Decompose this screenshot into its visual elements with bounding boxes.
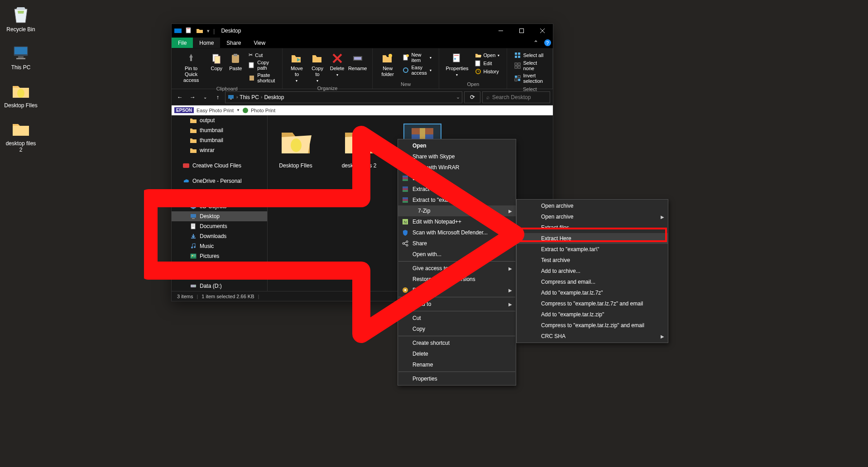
breadcrumb[interactable]: › This PC › Desktop ⌄ [225, 91, 462, 103]
maximize-button[interactable] [511, 24, 532, 38]
menu-item-share-with-skype[interactable]: SShare with Skype [398, 151, 516, 162]
move-to-button[interactable]: Move to▾ [286, 50, 307, 85]
file-item-desktop-files[interactable]: Desktop FIles [273, 124, 318, 169]
menu-item-open-archive[interactable]: Open archive▶ [517, 211, 668, 222]
menu-item-test-archive[interactable]: Test archive [517, 255, 668, 266]
menu-item-open[interactable]: Open [398, 140, 516, 151]
menu-item-extract-here[interactable]: Extract Here [517, 233, 668, 244]
menu-item-copy[interactable]: Copy [398, 324, 516, 334]
properties-button[interactable]: Properties▾ [443, 50, 471, 79]
select-all-button[interactable]: Select all [513, 51, 547, 59]
minimize-button[interactable] [490, 24, 511, 38]
copy-path-button[interactable]: Copy path [247, 59, 277, 71]
tree-item-3d-objects[interactable]: 3D Objects [172, 201, 267, 211]
navigation-pane[interactable]: outputthumbnailthumbnailwinrarCreative C… [172, 115, 268, 291]
menu-item-7-zip[interactable]: 7-Zip▶ [398, 205, 516, 216]
menu-item-restore-previous-versions[interactable]: Restore previous versions [398, 274, 516, 285]
tab-file[interactable]: File [172, 38, 193, 48]
crumb-desktop[interactable]: Desktop [264, 94, 284, 100]
folder-qat-icon[interactable] [196, 27, 203, 34]
menu-item-create-shortcut[interactable]: Create shortcut [398, 338, 516, 348]
epson-easy-label[interactable]: Easy Photo Print [197, 108, 234, 113]
desktop-icon-folder[interactable]: Desktop FIles [4, 80, 38, 109]
search-input[interactable]: ⌕ Search Desktop [482, 91, 550, 103]
menu-item-delete[interactable]: Delete [398, 348, 516, 359]
menu-item-cut[interactable]: Cut [398, 313, 516, 324]
menu-item-compress-and-email-[interactable]: Compress and email... [517, 276, 668, 287]
back-button[interactable]: ← [174, 92, 185, 103]
desktop-icon-folder-2[interactable]: desktop files 2 [4, 118, 38, 153]
tree-item-winrar[interactable]: winrar [172, 145, 267, 155]
crumb-this-pc[interactable]: This PC [240, 94, 259, 100]
desktop-icon-recycle-bin[interactable]: Recycle Bin [4, 4, 38, 33]
epson-photo-label[interactable]: Photo Print [251, 108, 275, 113]
menu-item-extract-to-example-tar-[interactable]: Extract to "example.tar\" [517, 244, 668, 255]
menu-item-add-to-example-tar-lz-zip-[interactable]: Add to "example.tar.lz.zip" [517, 309, 668, 320]
help-button[interactable]: ? [542, 38, 553, 48]
menu-item-give-access-to[interactable]: Give access to▶ [398, 263, 516, 274]
dropdown-icon[interactable]: ▼ [236, 108, 240, 112]
desktop-icon-this-pc[interactable]: This PC [4, 42, 38, 71]
menu-item-edit-with-notepad-[interactable]: NEdit with Notepad++ [398, 216, 516, 227]
tree-item-music[interactable]: Music [172, 241, 267, 251]
menu-item-properties[interactable]: Properties [398, 373, 516, 384]
tab-share[interactable]: Share [220, 38, 247, 48]
delete-button[interactable]: Delete▾ [328, 50, 347, 79]
menu-item-rename[interactable]: Rename [398, 359, 516, 370]
open-button[interactable]: Open ▾ [473, 51, 502, 59]
select-none-button[interactable]: Select none [513, 59, 547, 72]
menu-item-open-archive[interactable]: Open archive [517, 200, 668, 211]
menu-item-compress-to-example-tar-lz-7z-and-email[interactable]: Compress to "example.tar.lz.7z" and emai… [517, 298, 668, 309]
copy-button[interactable]: Copy [207, 50, 226, 72]
tree-item-this-pc[interactable]: This PC [172, 191, 267, 201]
tab-home[interactable]: Home [193, 38, 220, 48]
menu-item-crc-sha[interactable]: CRC SHA▶ [517, 331, 668, 342]
chevron-down-icon[interactable]: ⌄ [456, 94, 460, 100]
epson-toolbar[interactable]: EPSON Easy Photo Print ▼ Photo Print [172, 105, 553, 115]
copy-to-button[interactable]: Copy to▾ [307, 50, 328, 85]
edit-button[interactable]: Edit [473, 59, 502, 67]
paste-button[interactable]: Paste [226, 50, 245, 72]
easy-access-button[interactable]: Easy access ▾ [401, 64, 433, 76]
tree-item-thumbnail[interactable]: thumbnail [172, 125, 267, 135]
chevron-right-icon[interactable]: › [236, 95, 238, 100]
recent-button[interactable]: ⌄ [200, 92, 211, 103]
invert-selection-button[interactable]: Invert selection [513, 72, 547, 85]
new-folder-button[interactable]: New folder [376, 50, 399, 78]
tab-view[interactable]: View [247, 38, 272, 48]
new-item-button[interactable]: New item ▾ [401, 51, 433, 64]
tree-item-downloads[interactable]: Downloads [172, 231, 267, 241]
close-button[interactable] [532, 24, 553, 38]
menu-item-scan-with-microsoft-defender-[interactable]: Scan with Microsoft Defender... [398, 227, 516, 238]
tree-item-acer-c-[interactable]: Acer (C:) [172, 271, 267, 281]
up-button[interactable]: ↑ [212, 92, 223, 103]
paste-shortcut-button[interactable]: Paste shortcut [247, 71, 277, 84]
menu-item-send-to[interactable]: Send to▶ [398, 299, 516, 310]
properties-qat-icon[interactable] [185, 27, 192, 34]
tree-item-onedrive-personal[interactable]: OneDrive - Personal [172, 176, 267, 186]
qat-dropdown-icon[interactable]: ▾ [207, 28, 210, 34]
titlebar[interactable]: ▾ | Desktop [172, 24, 553, 38]
tree-item-desktop[interactable]: Desktop [172, 211, 267, 221]
cut-button[interactable]: ✂Cut [247, 51, 277, 59]
menu-item-add-to-example-tar-lz-7z-[interactable]: Add to "example.tar.lz.7z" [517, 287, 668, 298]
tree-item-thumbnail[interactable]: thumbnail [172, 135, 267, 145]
menu-item-extract-files-[interactable]: Extract files... [517, 222, 668, 233]
menu-item-open-with-winrar[interactable]: Open with WinRAR [398, 162, 516, 173]
refresh-button[interactable]: ⟳ [464, 91, 480, 103]
file-item-desktop-files-2[interactable]: desktop files 2 [336, 124, 382, 169]
forward-button[interactable]: → [187, 92, 198, 103]
history-button[interactable]: History [473, 67, 502, 76]
menu-item-extract-here[interactable]: Extract Here [398, 184, 516, 195]
chevron-right-icon[interactable]: › [261, 95, 262, 100]
menu-item-open-with-[interactable]: Open with... [398, 249, 516, 260]
menu-item-share[interactable]: Share [398, 238, 516, 249]
pin-button[interactable]: Pin to Quick access [175, 50, 207, 84]
menu-item-extract-to-example-[interactable]: Extract to "example\" [398, 195, 516, 205]
collapse-ribbon-icon[interactable]: ⌃ [529, 38, 542, 48]
menu-item-compress-to-example-tar-lz-zip-and-email[interactable]: Compress to "example.tar.lz.zip" and ema… [517, 320, 668, 331]
menu-item-add-to-archive-[interactable]: Add to archive... [517, 266, 668, 276]
menu-item-poweriso[interactable]: PowerISO▶ [398, 285, 516, 295]
tree-item-creative-cloud-files[interactable]: Creative Cloud Files [172, 161, 267, 171]
menu-item-extract-files-[interactable]: Extract files... [398, 173, 516, 184]
